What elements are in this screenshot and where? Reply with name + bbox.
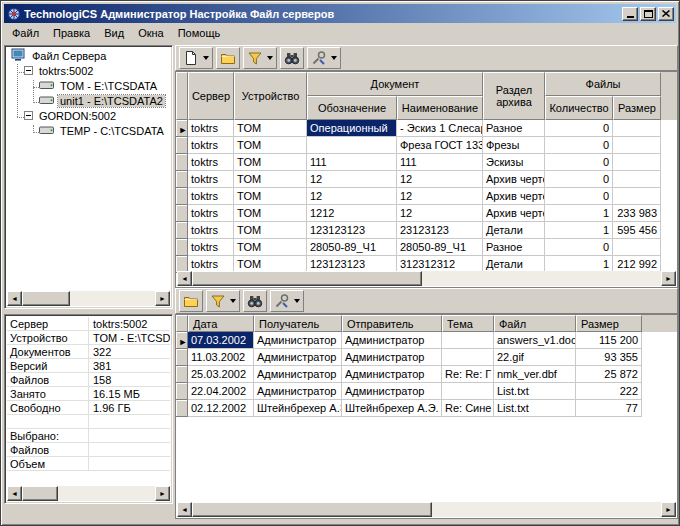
tree-node-file-servers-root[interactable]: Файл Сервера bbox=[7, 48, 170, 63]
cell-size[interactable]: 77 bbox=[576, 400, 642, 417]
tree-node-server-gordon[interactable]: GORDON:5002 bbox=[7, 108, 170, 123]
cell-device[interactable]: TOM bbox=[234, 137, 307, 154]
header-size[interactable]: Размер bbox=[613, 96, 661, 120]
cell-recipient[interactable]: Администратор bbox=[254, 383, 342, 400]
cell-file[interactable]: List.txt bbox=[494, 400, 576, 417]
cell-file[interactable]: nmk_ver.dbf bbox=[494, 366, 576, 383]
scroll-left-button[interactable]: ◄ bbox=[7, 486, 22, 501]
cell-date[interactable]: 25.03.2002 bbox=[188, 366, 254, 383]
collapse-icon[interactable] bbox=[24, 66, 33, 75]
cell-count[interactable]: 0 bbox=[545, 120, 613, 137]
open-files-button[interactable] bbox=[216, 47, 240, 69]
cell-size[interactable]: 25 872 bbox=[576, 366, 642, 383]
header-document-group[interactable]: Документ bbox=[307, 72, 483, 96]
cell-designation[interactable]: 28050-89_Ч1 bbox=[307, 239, 397, 256]
tree-node-device-unit1[interactable]: unit1 - E:\TCSDATA2 bbox=[7, 93, 170, 108]
find-button[interactable] bbox=[243, 290, 267, 312]
tools-button[interactable] bbox=[270, 290, 304, 312]
header-subject[interactable]: Тема bbox=[442, 315, 494, 332]
header-count[interactable]: Количество bbox=[545, 96, 613, 120]
cell-device[interactable]: TOM bbox=[234, 205, 307, 222]
cell-archive-section[interactable]: Разное bbox=[483, 120, 545, 137]
header-designation[interactable]: Обозначение bbox=[307, 96, 397, 120]
scrollbar-thumb[interactable] bbox=[22, 486, 58, 501]
filter-button[interactable] bbox=[206, 290, 240, 312]
cell-count[interactable]: 0 bbox=[545, 171, 613, 188]
cell-server[interactable]: toktrs bbox=[188, 171, 234, 188]
scroll-left-button[interactable]: ◄ bbox=[177, 271, 192, 286]
cell-name[interactable]: 111 bbox=[397, 154, 483, 171]
menu-edit[interactable]: Правка bbox=[46, 25, 97, 41]
cell-device[interactable]: TOM bbox=[234, 239, 307, 256]
cell-designation[interactable] bbox=[307, 137, 397, 154]
cell-device[interactable]: TOM bbox=[234, 222, 307, 239]
scroll-left-button[interactable]: ◄ bbox=[177, 502, 192, 517]
documents-horizontal-scrollbar[interactable]: ◄ ► bbox=[177, 271, 676, 286]
tree-node-device-temp[interactable]: TEMP - C:\TCSDATA bbox=[7, 123, 170, 138]
cell-subject[interactable]: Re: Сине bbox=[442, 400, 494, 417]
cell-server[interactable]: toktrs bbox=[188, 222, 234, 239]
menu-view[interactable]: Вид bbox=[97, 25, 131, 41]
cell-recipient[interactable]: Администратор bbox=[254, 332, 342, 349]
document-row[interactable]: toktrs TOM Фреза ГОСТ 133 Фрезы 0 bbox=[176, 137, 677, 154]
header-archive-section[interactable]: Раздел архива bbox=[483, 72, 545, 120]
cell-file[interactable]: 22.gif bbox=[494, 349, 576, 366]
header-recipient[interactable]: Получатель bbox=[254, 315, 342, 332]
cell-sender[interactable]: Администратор bbox=[342, 366, 442, 383]
message-row[interactable]: 11.03.2002 Администратор Администратор 2… bbox=[176, 349, 677, 366]
cell-server[interactable]: toktrs bbox=[188, 239, 234, 256]
cell-designation[interactable]: 1212 bbox=[307, 205, 397, 222]
cell-recipient[interactable]: Штейнбрехер А.Э. bbox=[254, 400, 342, 417]
header-sender[interactable]: Отправитель bbox=[342, 315, 442, 332]
menu-file[interactable]: Файл bbox=[5, 25, 46, 41]
header-name[interactable]: Наименование bbox=[397, 96, 483, 120]
cell-archive-section[interactable]: Эскизы bbox=[483, 154, 545, 171]
message-row[interactable]: 25.03.2002 Администратор Администратор R… bbox=[176, 366, 677, 383]
cell-device[interactable]: TOM bbox=[234, 154, 307, 171]
cell-archive-section[interactable]: Архив черте bbox=[483, 188, 545, 205]
cell-date[interactable]: 11.03.2002 bbox=[188, 349, 254, 366]
cell-count[interactable]: 0 bbox=[545, 137, 613, 154]
cell-count[interactable]: 1 bbox=[545, 222, 613, 239]
scroll-right-button[interactable]: ► bbox=[155, 486, 170, 501]
header-device[interactable]: Устройство bbox=[234, 72, 307, 120]
cell-size[interactable] bbox=[613, 120, 661, 137]
minimize-button[interactable] bbox=[622, 7, 638, 21]
menu-windows[interactable]: Окна bbox=[131, 25, 171, 41]
cell-subject[interactable] bbox=[442, 332, 494, 349]
cell-name[interactable]: - Эскиз 1 Слесарн bbox=[397, 120, 483, 137]
cell-sender[interactable]: Штейнбрехер А.Э. bbox=[342, 400, 442, 417]
cell-name[interactable]: 12 bbox=[397, 205, 483, 222]
cell-archive-section[interactable]: Детали bbox=[483, 222, 545, 239]
cell-subject[interactable]: Re: Re: Г bbox=[442, 366, 494, 383]
cell-server[interactable]: toktrs bbox=[188, 154, 234, 171]
cell-sender[interactable]: Администратор bbox=[342, 383, 442, 400]
cell-device[interactable]: TOM bbox=[234, 171, 307, 188]
cell-size[interactable] bbox=[613, 154, 661, 171]
cell-server[interactable]: toktrs bbox=[188, 137, 234, 154]
cell-subject[interactable] bbox=[442, 349, 494, 366]
scroll-right-button[interactable]: ► bbox=[661, 502, 676, 517]
cell-size[interactable]: 115 200 bbox=[576, 332, 642, 349]
cell-server[interactable]: toktrs bbox=[188, 188, 234, 205]
cell-date[interactable]: 22.04.2002 bbox=[188, 383, 254, 400]
message-row[interactable]: 07.03.2002 Администратор Администратор a… bbox=[176, 332, 677, 349]
tree-node-device-tom[interactable]: TOM - E:\TCSDATA bbox=[7, 78, 170, 93]
maximize-button[interactable] bbox=[640, 7, 656, 21]
message-row[interactable]: 02.12.2002 Штейнбрехер А.Э. Штейнбрехер … bbox=[176, 400, 677, 417]
cell-name[interactable]: 23123123 bbox=[397, 222, 483, 239]
cell-sender[interactable]: Администратор bbox=[342, 349, 442, 366]
cell-size[interactable]: 93 355 bbox=[576, 349, 642, 366]
tools-button[interactable] bbox=[307, 47, 341, 69]
header-server[interactable]: Сервер bbox=[188, 72, 234, 120]
cell-device[interactable]: TOM bbox=[234, 188, 307, 205]
cell-designation[interactable]: 12 bbox=[307, 171, 397, 188]
cell-size[interactable] bbox=[613, 137, 661, 154]
cell-name[interactable]: Фреза ГОСТ 133 bbox=[397, 137, 483, 154]
document-row[interactable]: toktrs TOM Операционный - Эскиз 1 Слесар… bbox=[176, 120, 677, 137]
filter-button[interactable] bbox=[243, 47, 277, 69]
scrollbar-track[interactable] bbox=[192, 502, 661, 517]
cell-size[interactable] bbox=[613, 171, 661, 188]
cell-archive-section[interactable]: Разное bbox=[483, 239, 545, 256]
cell-count[interactable]: 0 bbox=[545, 154, 613, 171]
